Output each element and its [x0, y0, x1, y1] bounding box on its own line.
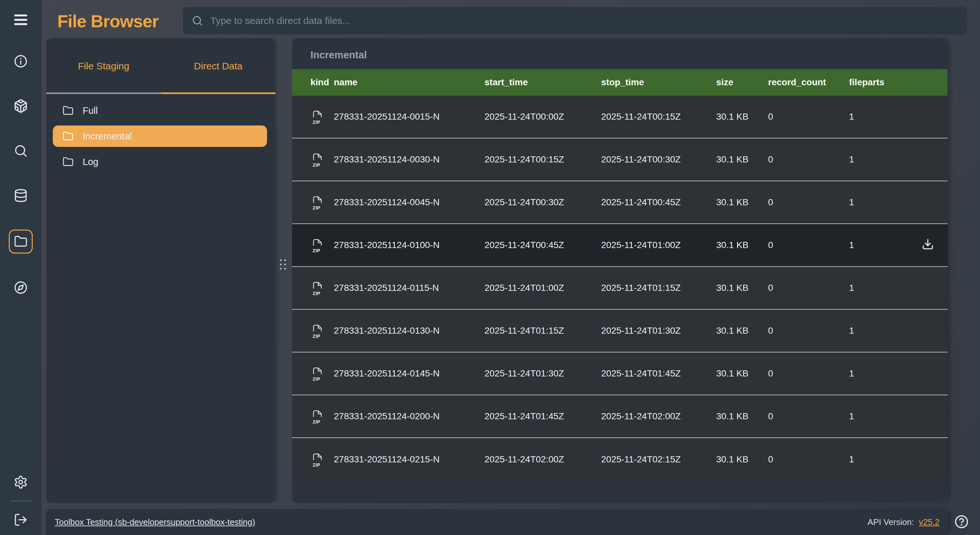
table-row[interactable]: ZIP 278331-20251124-0015-N 2025-11-24T00… [292, 96, 948, 139]
stop-time: 2025-11-24T01:30Z [601, 326, 716, 336]
zip-file-icon: ZIP [310, 194, 334, 210]
table-row[interactable]: ZIP 278331-20251124-0030-N 2025-11-24T00… [292, 139, 948, 181]
table-row[interactable]: ZIP 278331-20251124-0045-N 2025-11-24T00… [292, 181, 948, 224]
file-name: 278331-20251124-0200-N [334, 411, 485, 422]
rail-item-file-browser[interactable] [9, 229, 33, 253]
start-time: 2025-11-24T00:00Z [485, 111, 601, 122]
api-version-label: API Version: [867, 517, 914, 527]
table-row[interactable]: ZIP 278331-20251124-0100-N 2025-11-24T00… [292, 224, 948, 267]
table-header-row: kind name start_time stop_time size reco… [292, 69, 948, 96]
footer-bar: Toolbox Testing (sb-developersupport-too… [46, 509, 948, 535]
fileparts: 1 [849, 326, 911, 336]
record-count: 0 [768, 154, 849, 165]
download-button[interactable] [922, 238, 934, 250]
file-size: 30.1 KB [716, 197, 768, 207]
stop-time: 2025-11-24T01:00Z [601, 240, 716, 250]
tab-direct-data[interactable]: Direct Data [161, 38, 276, 94]
rail-item-database[interactable] [10, 185, 32, 206]
logout-icon [14, 513, 28, 527]
table-heading: Incremental [292, 38, 948, 69]
tab-file-staging[interactable]: File Staging [46, 38, 161, 94]
file-size: 30.1 KB [716, 283, 768, 293]
browser-side-panel: File Staging Direct Data Full Incrementa… [46, 38, 275, 503]
file-name: 278331-20251124-0215-N [334, 454, 485, 465]
file-size: 30.1 KB [716, 326, 768, 336]
package-icon [13, 99, 28, 113]
file-size: 30.1 KB [716, 154, 768, 165]
fileparts: 1 [849, 454, 911, 465]
rail-item-info[interactable] [10, 51, 32, 72]
record-count: 0 [768, 283, 849, 293]
record-count: 0 [768, 240, 849, 250]
folder-list: Full Incremental Log [46, 94, 275, 172]
start-time: 2025-11-24T00:30Z [485, 197, 601, 207]
column-header-fileparts: fileparts [849, 77, 911, 88]
record-count: 0 [768, 197, 849, 207]
api-version-link[interactable]: v25.2 [919, 517, 940, 527]
zip-file-icon: ZIP [310, 365, 334, 382]
search-input[interactable] [210, 15, 958, 26]
direct-data-tab-indicator [161, 92, 276, 94]
record-count: 0 [768, 326, 849, 336]
file-staging-tab-underline [46, 92, 161, 94]
folder-label: Log [83, 157, 98, 167]
column-header-start-time: start_time [485, 77, 601, 88]
zip-file-icon: ZIP [310, 108, 334, 125]
rail-bottom-group [10, 471, 32, 535]
rail-nav-group [9, 51, 33, 298]
rail-item-logout[interactable] [10, 509, 32, 530]
folder-label: Incremental [83, 131, 132, 142]
hamburger-menu-icon [13, 12, 28, 27]
record-count: 0 [768, 111, 849, 122]
start-time: 2025-11-24T01:45Z [485, 411, 601, 422]
tab-indicator-track [46, 92, 275, 94]
file-name: 278331-20251124-0130-N [334, 326, 485, 336]
record-count: 0 [768, 454, 849, 465]
stop-time: 2025-11-24T02:00Z [601, 411, 716, 422]
table-row[interactable]: ZIP 278331-20251124-0145-N 2025-11-24T01… [292, 352, 948, 395]
file-size: 30.1 KB [716, 368, 768, 379]
stop-time: 2025-11-24T00:30Z [601, 154, 716, 165]
stop-time: 2025-11-24T01:45Z [601, 368, 716, 379]
file-name: 278331-20251124-0015-N [334, 111, 485, 122]
stop-time: 2025-11-24T02:15Z [601, 454, 716, 465]
database-icon [14, 188, 28, 203]
file-name: 278331-20251124-0030-N [334, 154, 485, 165]
table-row[interactable]: ZIP 278331-20251124-0115-N 2025-11-24T01… [292, 267, 948, 310]
fileparts: 1 [849, 111, 911, 122]
rail-item-settings[interactable] [10, 471, 32, 493]
folder-item-incremental[interactable]: Incremental [53, 126, 267, 147]
help-icon [954, 514, 969, 529]
panel-resize-handle[interactable] [280, 260, 286, 269]
table-row[interactable]: ZIP 278331-20251124-0130-N 2025-11-24T01… [292, 310, 948, 352]
fileparts: 1 [849, 240, 911, 250]
fileparts: 1 [849, 197, 911, 207]
start-time: 2025-11-24T00:45Z [485, 240, 601, 250]
svg-text:ZIP: ZIP [313, 334, 320, 339]
column-header-size: size [716, 77, 768, 88]
start-time: 2025-11-24T00:15Z [485, 154, 601, 165]
page-title: File Browser [57, 11, 159, 31]
folder-item-log[interactable]: Log [53, 151, 267, 172]
svg-text:ZIP: ZIP [313, 119, 320, 125]
rail-item-explore[interactable] [10, 277, 32, 298]
start-time: 2025-11-24T01:15Z [485, 326, 601, 336]
rail-item-packages[interactable] [10, 96, 32, 117]
search-icon [14, 143, 28, 158]
record-count: 0 [768, 411, 849, 422]
file-name: 278331-20251124-0045-N [334, 197, 485, 207]
download-icon [922, 238, 934, 250]
workspace-link[interactable]: Toolbox Testing (sb-developersupport-too… [55, 517, 255, 527]
rail-item-search[interactable] [10, 140, 32, 161]
table-row[interactable]: ZIP 278331-20251124-0200-N 2025-11-24T01… [292, 395, 948, 438]
zip-file-icon: ZIP [310, 280, 334, 296]
svg-text:ZIP: ZIP [313, 162, 320, 168]
table-row[interactable]: ZIP 278331-20251124-0215-N 2025-11-24T02… [292, 438, 948, 481]
column-header-stop-time: stop_time [601, 77, 716, 88]
fileparts: 1 [849, 368, 911, 379]
file-size: 30.1 KB [716, 411, 768, 422]
help-button[interactable] [954, 514, 969, 529]
file-size: 30.1 KB [716, 111, 768, 122]
folder-item-full[interactable]: Full [53, 100, 267, 121]
hamburger-menu-button[interactable] [10, 9, 32, 30]
